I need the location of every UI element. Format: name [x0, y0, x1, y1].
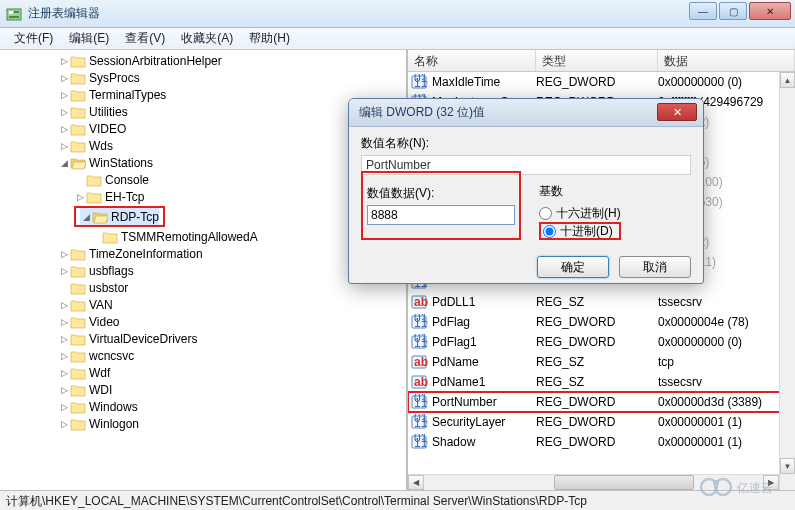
- svg-rect-0: [7, 9, 21, 20]
- list-row[interactable]: PdDLL1REG_SZtssecsrv: [408, 292, 795, 312]
- ok-button[interactable]: 确定: [537, 256, 609, 278]
- scroll-thumb[interactable]: [554, 475, 694, 490]
- expander-icon[interactable]: ▷: [58, 124, 70, 134]
- tree-item-windows[interactable]: ▷Windows: [6, 398, 406, 415]
- tree-item-wdf[interactable]: ▷Wdf: [6, 364, 406, 381]
- expander-icon[interactable]: ▷: [58, 402, 70, 412]
- tree-item-timezoneinformation[interactable]: ▷TimeZoneInformation: [6, 245, 406, 262]
- col-header-name[interactable]: 名称: [408, 50, 536, 71]
- scroll-left-icon[interactable]: ◀: [408, 475, 424, 490]
- value-name: Shadow: [432, 435, 536, 449]
- tree-item-sysprocs[interactable]: ▷SysProcs: [6, 69, 406, 86]
- tree-item-wdi[interactable]: ▷WDI: [6, 381, 406, 398]
- tree-item-eh-tcp[interactable]: ▷EH-Tcp: [6, 188, 406, 205]
- value-name-label: 数值名称(N):: [361, 135, 691, 152]
- expander-icon[interactable]: ▷: [58, 419, 70, 429]
- value-type: REG_SZ: [536, 355, 658, 369]
- tree-item-winstations[interactable]: ◢WinStations: [6, 154, 406, 171]
- expander-icon[interactable]: ▷: [58, 351, 70, 361]
- expander-icon[interactable]: ▷: [58, 73, 70, 83]
- maximize-button[interactable]: ▢: [719, 2, 747, 20]
- tree-item-winlogon[interactable]: ▷Winlogon: [6, 415, 406, 432]
- menu-favorites[interactable]: 收藏夹(A): [175, 28, 239, 49]
- list-header: 名称 类型 数据: [408, 50, 795, 72]
- expander-icon[interactable]: ▷: [58, 368, 70, 378]
- radio-hex-input[interactable]: [539, 207, 552, 220]
- expander-icon[interactable]: ▷: [58, 334, 70, 344]
- tree-item-label: VIDEO: [89, 122, 126, 136]
- expander-icon[interactable]: ▷: [58, 249, 70, 259]
- expander-icon[interactable]: ▷: [58, 317, 70, 327]
- folder-closed-icon: [70, 122, 86, 136]
- watermark: 亿速云: [695, 473, 787, 504]
- folder-closed-icon: [70, 417, 86, 431]
- value-data: 0x00000001 (1): [658, 435, 795, 449]
- minimize-button[interactable]: —: [689, 2, 717, 20]
- folder-closed-icon: [86, 173, 102, 187]
- list-row[interactable]: ShadowREG_DWORD0x00000001 (1): [408, 432, 795, 452]
- list-row[interactable]: PdName1REG_SZtssecsrv: [408, 372, 795, 392]
- window-title: 注册表编辑器: [28, 5, 100, 22]
- col-header-data[interactable]: 数据: [658, 50, 795, 71]
- menu-view[interactable]: 查看(V): [119, 28, 171, 49]
- svg-text:亿速云: 亿速云: [736, 481, 773, 495]
- menu-file[interactable]: 文件(F): [8, 28, 59, 49]
- vertical-scrollbar[interactable]: ▲ ▼: [779, 72, 795, 490]
- svg-rect-1: [9, 11, 13, 14]
- expander-icon[interactable]: ▷: [58, 266, 70, 276]
- expander-icon[interactable]: ▷: [58, 56, 70, 66]
- dialog-close-button[interactable]: ✕: [657, 103, 697, 121]
- list-row[interactable]: SecurityLayerREG_DWORD0x00000001 (1): [408, 412, 795, 432]
- menu-edit[interactable]: 编辑(E): [63, 28, 115, 49]
- value-type: REG_DWORD: [536, 395, 658, 409]
- list-row[interactable]: PdNameREG_SZtcp: [408, 352, 795, 372]
- expander-icon[interactable]: ◢: [80, 212, 92, 222]
- expander-icon[interactable]: ▷: [58, 385, 70, 395]
- scroll-down-icon[interactable]: ▼: [780, 458, 795, 474]
- value-data: tssecsrv: [658, 295, 795, 309]
- tree-pane[interactable]: ▷SessionArbitrationHelper▷SysProcs▷Termi…: [0, 50, 408, 490]
- expander-icon[interactable]: ▷: [58, 141, 70, 151]
- tree-item-terminaltypes[interactable]: ▷TerminalTypes: [6, 86, 406, 103]
- tree-item-wcncsvc[interactable]: ▷wcncsvc: [6, 347, 406, 364]
- expander-icon[interactable]: ▷: [58, 300, 70, 310]
- radio-hex[interactable]: 十六进制(H): [539, 204, 621, 222]
- expander-icon[interactable]: ◢: [58, 158, 70, 168]
- tree-item-virtualdevicedrivers[interactable]: ▷VirtualDeviceDrivers: [6, 330, 406, 347]
- tree-item-usbstor[interactable]: usbstor: [6, 279, 406, 296]
- folder-closed-icon: [70, 400, 86, 414]
- tree-item-van[interactable]: ▷VAN: [6, 296, 406, 313]
- value-type: REG_DWORD: [536, 75, 658, 89]
- list-row[interactable]: PortNumberREG_DWORD0x00000d3d (3389): [408, 392, 795, 412]
- scroll-up-icon[interactable]: ▲: [780, 72, 795, 88]
- tree-item-video[interactable]: ▷VIDEO: [6, 120, 406, 137]
- list-row[interactable]: PdFlag1REG_DWORD0x00000000 (0): [408, 332, 795, 352]
- tree-item-tsmmremotingalloweda[interactable]: TSMMRemotingAllowedA: [6, 228, 406, 245]
- folder-closed-icon: [70, 332, 86, 346]
- tree-item-rdp-tcp[interactable]: ◢RDP-Tcp: [80, 208, 159, 225]
- tree-item-label: Console: [105, 173, 149, 187]
- tree-item-utilities[interactable]: ▷Utilities: [6, 103, 406, 120]
- menu-help[interactable]: 帮助(H): [243, 28, 296, 49]
- radio-dec-input[interactable]: [543, 225, 556, 238]
- close-button[interactable]: ✕: [749, 2, 791, 20]
- tree-item-wds[interactable]: ▷Wds: [6, 137, 406, 154]
- dialog-title-bar[interactable]: 编辑 DWORD (32 位)值 ✕: [349, 99, 703, 127]
- expander-icon[interactable]: ▷: [58, 107, 70, 117]
- col-header-type[interactable]: 类型: [536, 50, 658, 71]
- list-row[interactable]: PdFlagREG_DWORD0x0000004e (78): [408, 312, 795, 332]
- tree-item-sessionarbitrationhelper[interactable]: ▷SessionArbitrationHelper: [6, 52, 406, 69]
- tree-item-usbflags[interactable]: ▷usbflags: [6, 262, 406, 279]
- list-row[interactable]: MaxIdleTimeREG_DWORD0x00000000 (0): [408, 72, 795, 92]
- expander-icon[interactable]: ▷: [58, 90, 70, 100]
- radio-dec[interactable]: 十进制(D): [539, 222, 621, 240]
- cancel-button[interactable]: 取消: [619, 256, 691, 278]
- value-data-input[interactable]: [367, 205, 515, 225]
- value-name: MaxIdleTime: [432, 75, 536, 89]
- reg-dword-icon: [410, 314, 428, 330]
- svg-rect-3: [9, 16, 19, 18]
- folder-closed-icon: [86, 190, 102, 204]
- tree-item-console[interactable]: Console: [6, 171, 406, 188]
- expander-icon[interactable]: ▷: [74, 192, 86, 202]
- tree-item-video[interactable]: ▷Video: [6, 313, 406, 330]
